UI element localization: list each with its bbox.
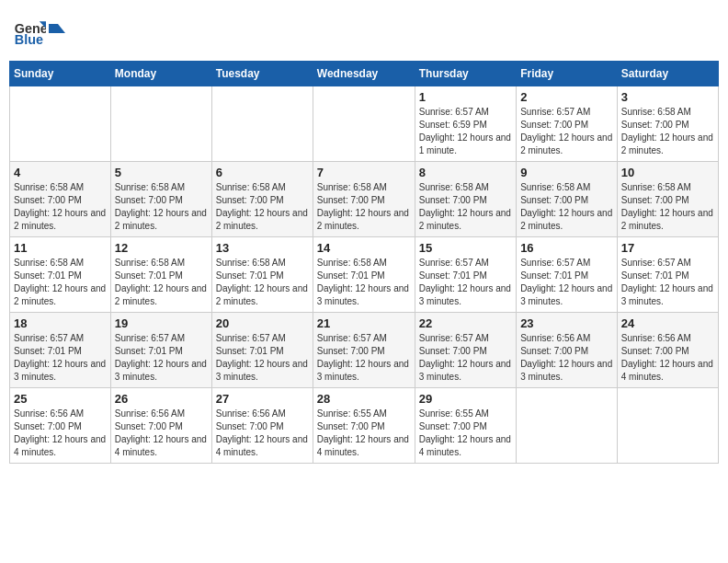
day-info: Sunrise: 6:58 AM Sunset: 7:00 PM Dayligh…: [520, 181, 613, 233]
week-row-1: 1Sunrise: 6:57 AM Sunset: 6:59 PM Daylig…: [10, 86, 719, 162]
day-number: 6: [216, 166, 309, 179]
day-number: 21: [317, 316, 411, 330]
day-number: 2: [520, 90, 613, 104]
day-info: Sunrise: 6:58 AM Sunset: 7:00 PM Dayligh…: [419, 181, 512, 233]
day-info: Sunrise: 6:56 AM Sunset: 7:00 PM Dayligh…: [520, 332, 613, 384]
day-info: Sunrise: 6:55 AM Sunset: 7:00 PM Dayligh…: [317, 408, 411, 459]
table-row: 17Sunrise: 6:57 AM Sunset: 7:01 PM Dayli…: [617, 237, 718, 313]
table-row: [10, 86, 111, 162]
header-saturday: Saturday: [617, 62, 718, 86]
day-number: 3: [621, 90, 714, 104]
day-info: Sunrise: 6:58 AM Sunset: 7:00 PM Dayligh…: [14, 181, 107, 233]
table-row: [313, 86, 415, 162]
table-row: 18Sunrise: 6:57 AM Sunset: 7:01 PM Dayli…: [10, 313, 111, 388]
table-row: 6Sunrise: 6:58 AM Sunset: 7:00 PM Daylig…: [211, 162, 313, 237]
table-row: 11Sunrise: 6:58 AM Sunset: 7:01 PM Dayli…: [10, 237, 111, 313]
week-row-4: 18Sunrise: 6:57 AM Sunset: 7:01 PM Dayli…: [10, 313, 719, 388]
table-row: 4Sunrise: 6:58 AM Sunset: 7:00 PM Daylig…: [10, 162, 111, 237]
day-number: 23: [520, 316, 613, 330]
svg-text:Blue: Blue: [15, 32, 43, 47]
page-header: General Blue: [9, 9, 719, 53]
table-row: 29Sunrise: 6:55 AM Sunset: 7:00 PM Dayli…: [415, 388, 516, 464]
day-info: Sunrise: 6:58 AM Sunset: 7:01 PM Dayligh…: [115, 257, 208, 308]
day-number: 19: [115, 316, 208, 330]
day-info: Sunrise: 6:57 AM Sunset: 7:01 PM Dayligh…: [14, 332, 107, 384]
day-info: Sunrise: 6:58 AM Sunset: 7:00 PM Dayligh…: [216, 181, 309, 233]
day-number: 4: [14, 166, 107, 179]
day-number: 8: [419, 166, 512, 179]
table-row: [211, 86, 313, 162]
table-row: 7Sunrise: 6:58 AM Sunset: 7:00 PM Daylig…: [313, 162, 415, 237]
table-row: 2Sunrise: 6:57 AM Sunset: 7:00 PM Daylig…: [517, 86, 618, 162]
calendar-header-row: SundayMondayTuesdayWednesdayThursdayFrid…: [10, 62, 719, 86]
table-row: 5Sunrise: 6:58 AM Sunset: 7:00 PM Daylig…: [110, 162, 211, 237]
day-info: Sunrise: 6:58 AM Sunset: 7:00 PM Dayligh…: [115, 181, 208, 233]
header-monday: Monday: [110, 62, 211, 86]
header-tuesday: Tuesday: [211, 62, 313, 86]
day-info: Sunrise: 6:58 AM Sunset: 7:00 PM Dayligh…: [621, 181, 714, 233]
day-number: 5: [115, 166, 208, 179]
table-row: 16Sunrise: 6:57 AM Sunset: 7:01 PM Dayli…: [517, 237, 618, 313]
week-row-2: 4Sunrise: 6:58 AM Sunset: 7:00 PM Daylig…: [10, 162, 719, 237]
table-row: 3Sunrise: 6:58 AM Sunset: 7:00 PM Daylig…: [617, 86, 718, 162]
day-number: 11: [14, 241, 107, 255]
day-info: Sunrise: 6:57 AM Sunset: 7:00 PM Dayligh…: [520, 106, 613, 157]
day-info: Sunrise: 6:56 AM Sunset: 7:00 PM Dayligh…: [216, 408, 309, 459]
table-row: 14Sunrise: 6:58 AM Sunset: 7:01 PM Dayli…: [313, 237, 415, 313]
day-number: 29: [419, 392, 512, 406]
day-info: Sunrise: 6:57 AM Sunset: 7:00 PM Dayligh…: [317, 332, 411, 384]
day-info: Sunrise: 6:58 AM Sunset: 7:01 PM Dayligh…: [216, 257, 309, 308]
week-row-5: 25Sunrise: 6:56 AM Sunset: 7:00 PM Dayli…: [10, 388, 719, 464]
table-row: 19Sunrise: 6:57 AM Sunset: 7:01 PM Dayli…: [110, 313, 211, 388]
table-row: [617, 388, 718, 464]
day-info: Sunrise: 6:55 AM Sunset: 7:00 PM Dayligh…: [419, 408, 512, 459]
day-info: Sunrise: 6:57 AM Sunset: 6:59 PM Dayligh…: [419, 106, 512, 157]
day-info: Sunrise: 6:58 AM Sunset: 7:00 PM Dayligh…: [317, 181, 411, 233]
day-info: Sunrise: 6:56 AM Sunset: 7:00 PM Dayligh…: [621, 332, 714, 384]
day-number: 10: [621, 166, 714, 179]
header-friday: Friday: [517, 62, 618, 86]
logo: General Blue: [13, 15, 66, 48]
table-row: 12Sunrise: 6:58 AM Sunset: 7:01 PM Dayli…: [110, 237, 211, 313]
header-thursday: Thursday: [415, 62, 516, 86]
table-row: 22Sunrise: 6:57 AM Sunset: 7:00 PM Dayli…: [415, 313, 516, 388]
table-row: [110, 86, 211, 162]
table-row: 21Sunrise: 6:57 AM Sunset: 7:00 PM Dayli…: [313, 313, 415, 388]
day-number: 17: [621, 241, 714, 255]
day-info: Sunrise: 6:57 AM Sunset: 7:01 PM Dayligh…: [520, 257, 613, 308]
table-row: 1Sunrise: 6:57 AM Sunset: 6:59 PM Daylig…: [415, 86, 516, 162]
day-info: Sunrise: 6:57 AM Sunset: 7:01 PM Dayligh…: [419, 257, 512, 308]
table-row: 10Sunrise: 6:58 AM Sunset: 7:00 PM Dayli…: [617, 162, 718, 237]
table-row: 13Sunrise: 6:58 AM Sunset: 7:01 PM Dayli…: [211, 237, 313, 313]
day-info: Sunrise: 6:56 AM Sunset: 7:00 PM Dayligh…: [14, 408, 107, 459]
day-info: Sunrise: 6:58 AM Sunset: 7:01 PM Dayligh…: [317, 257, 411, 308]
day-info: Sunrise: 6:57 AM Sunset: 7:01 PM Dayligh…: [621, 257, 714, 308]
day-number: 12: [115, 241, 208, 255]
day-number: 13: [216, 241, 309, 255]
table-row: 26Sunrise: 6:56 AM Sunset: 7:00 PM Dayli…: [110, 388, 211, 464]
day-number: 20: [216, 316, 309, 330]
table-row: 25Sunrise: 6:56 AM Sunset: 7:00 PM Dayli…: [10, 388, 111, 464]
table-row: 28Sunrise: 6:55 AM Sunset: 7:00 PM Dayli…: [313, 388, 415, 464]
day-info: Sunrise: 6:57 AM Sunset: 7:01 PM Dayligh…: [216, 332, 309, 384]
day-number: 7: [317, 166, 411, 179]
calendar-body: 1Sunrise: 6:57 AM Sunset: 6:59 PM Daylig…: [10, 86, 719, 464]
table-row: 27Sunrise: 6:56 AM Sunset: 7:00 PM Dayli…: [211, 388, 313, 464]
day-info: Sunrise: 6:57 AM Sunset: 7:01 PM Dayligh…: [115, 332, 208, 384]
day-number: 22: [419, 316, 512, 330]
day-info: Sunrise: 6:57 AM Sunset: 7:00 PM Dayligh…: [419, 332, 512, 384]
table-row: 20Sunrise: 6:57 AM Sunset: 7:01 PM Dayli…: [211, 313, 313, 388]
day-number: 28: [317, 392, 411, 406]
day-number: 14: [317, 241, 411, 255]
day-info: Sunrise: 6:56 AM Sunset: 7:00 PM Dayligh…: [115, 408, 208, 459]
day-info: Sunrise: 6:58 AM Sunset: 7:00 PM Dayligh…: [621, 106, 714, 157]
header-sunday: Sunday: [10, 62, 111, 86]
header-wednesday: Wednesday: [313, 62, 415, 86]
day-number: 18: [14, 316, 107, 330]
day-number: 15: [419, 241, 512, 255]
day-number: 25: [14, 392, 107, 406]
logo-flag-icon: [49, 24, 65, 40]
calendar-table: SundayMondayTuesdayWednesdayThursdayFrid…: [9, 61, 719, 464]
table-row: 23Sunrise: 6:56 AM Sunset: 7:00 PM Dayli…: [517, 313, 618, 388]
logo-icon: General Blue: [13, 15, 46, 48]
